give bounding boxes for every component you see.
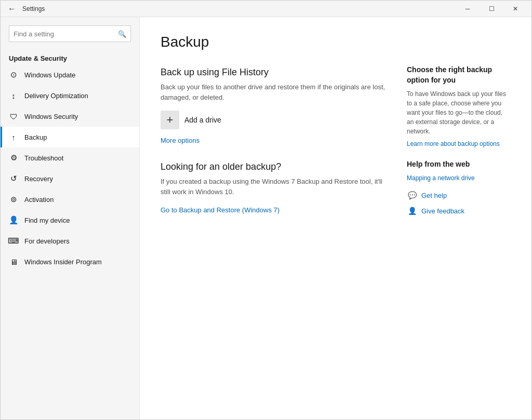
- backup-icon: ↑: [9, 132, 18, 142]
- older-backup-desc: If you created a backup using the Window…: [161, 177, 390, 197]
- choose-title: Choose the right backup option for you: [407, 65, 511, 85]
- search-box[interactable]: 🔍: [9, 25, 131, 42]
- mapping-link[interactable]: Mapping a network drive: [407, 174, 511, 182]
- give-feedback-label: Give feedback: [421, 207, 464, 215]
- window-controls: ─ ☐ ✕: [456, 1, 527, 17]
- sidebar-item-backup[interactable]: ↑ Backup: [1, 127, 139, 147]
- backup-restore-link[interactable]: Go to Backup and Restore (Windows 7): [161, 206, 280, 214]
- add-drive-icon: +: [161, 111, 179, 129]
- windows-insider-icon: 🖥: [9, 257, 18, 266]
- sidebar-item-label: Troubleshoot: [24, 154, 63, 162]
- troubleshoot-icon: ⚙: [9, 153, 18, 162]
- titlebar: ← Settings ─ ☐ ✕: [1, 1, 531, 17]
- file-history-desc: Back up your files to another drive and …: [161, 82, 390, 102]
- sidebar-item-label: Backup: [24, 133, 47, 141]
- more-options-link[interactable]: More options: [161, 137, 200, 144]
- search-icon: 🔍: [118, 30, 126, 38]
- add-drive-button[interactable]: + Add a drive: [161, 111, 390, 129]
- find-my-device-icon: 👤: [9, 215, 18, 225]
- get-help-label: Get help: [421, 192, 447, 199]
- sidebar-item-recovery[interactable]: ↺ Recovery: [1, 168, 139, 189]
- sidebar-item-activation[interactable]: ⊚ Activation: [1, 189, 139, 210]
- sidebar-item-for-developers[interactable]: ⌨ For developers: [1, 231, 139, 251]
- recovery-icon: ↺: [9, 174, 18, 183]
- give-feedback-icon: 👤: [407, 206, 417, 216]
- right-panel: Choose the right backup option for you T…: [407, 34, 511, 403]
- minimize-button[interactable]: ─: [456, 1, 480, 17]
- sidebar-item-label: Recovery: [24, 175, 53, 183]
- learn-more-link[interactable]: Learn more about backup options: [407, 140, 511, 147]
- sidebar-item-label: For developers: [24, 237, 70, 245]
- delivery-optimization-icon: ↕: [9, 91, 18, 100]
- page-title: Backup: [161, 34, 390, 50]
- give-feedback-action[interactable]: 👤 Give feedback: [407, 206, 511, 216]
- windows-security-icon: 🛡: [9, 112, 18, 121]
- help-title: Help from the web: [407, 160, 511, 168]
- content-area: 🔍 Update & Security ⊙ Windows Update ↕ D…: [1, 17, 531, 419]
- sidebar-item-find-my-device[interactable]: 👤 Find my device: [1, 210, 139, 231]
- sidebar: 🔍 Update & Security ⊙ Windows Update ↕ D…: [1, 17, 140, 419]
- get-help-icon: 💬: [407, 190, 417, 200]
- sidebar-item-windows-security[interactable]: 🛡 Windows Security: [1, 106, 139, 127]
- back-button[interactable]: ←: [5, 2, 19, 16]
- sidebar-section-title: Update & Security: [1, 50, 139, 64]
- maximize-button[interactable]: ☐: [480, 1, 503, 17]
- window-title: Settings: [19, 5, 456, 12]
- choose-desc: To have Windows back up your files to a …: [407, 89, 511, 136]
- activation-icon: ⊚: [9, 195, 18, 204]
- sidebar-nav: ⊙ Windows Update ↕ Delivery Optimization…: [1, 64, 139, 272]
- settings-window: ← Settings ─ ☐ ✕ 🔍 Update & Security ⊙ W…: [0, 0, 532, 420]
- sidebar-item-windows-insider[interactable]: 🖥 Windows Insider Program: [1, 251, 139, 272]
- sidebar-item-label: Find my device: [24, 216, 70, 224]
- sidebar-item-label: Windows Update: [24, 71, 75, 79]
- file-history-title: Back up using File History: [161, 67, 390, 78]
- main-content: Backup Back up using File History Back u…: [140, 17, 531, 419]
- file-history-section: Back up using File History Back up your …: [161, 67, 390, 145]
- sidebar-item-label: Windows Insider Program: [24, 258, 102, 266]
- close-button[interactable]: ✕: [503, 1, 527, 17]
- older-backup-section: Looking for an older backup? If you crea…: [161, 161, 390, 214]
- sidebar-item-label: Activation: [24, 196, 54, 204]
- get-help-action[interactable]: 💬 Get help: [407, 190, 511, 200]
- sidebar-item-label: Delivery Optimization: [24, 92, 88, 100]
- older-backup-title: Looking for an older backup?: [161, 161, 390, 172]
- add-drive-label: Add a drive: [184, 116, 221, 124]
- sidebar-item-delivery-optimization[interactable]: ↕ Delivery Optimization: [1, 85, 139, 106]
- sidebar-item-label: Windows Security: [24, 113, 78, 120]
- sidebar-header: 🔍: [1, 17, 139, 50]
- sidebar-item-troubleshoot[interactable]: ⚙ Troubleshoot: [1, 147, 139, 168]
- for-developers-icon: ⌨: [9, 236, 18, 246]
- search-input[interactable]: [14, 30, 118, 38]
- main-left: Backup Back up using File History Back u…: [161, 34, 390, 403]
- sidebar-item-windows-update[interactable]: ⊙ Windows Update: [1, 64, 139, 85]
- windows-update-icon: ⊙: [9, 70, 18, 79]
